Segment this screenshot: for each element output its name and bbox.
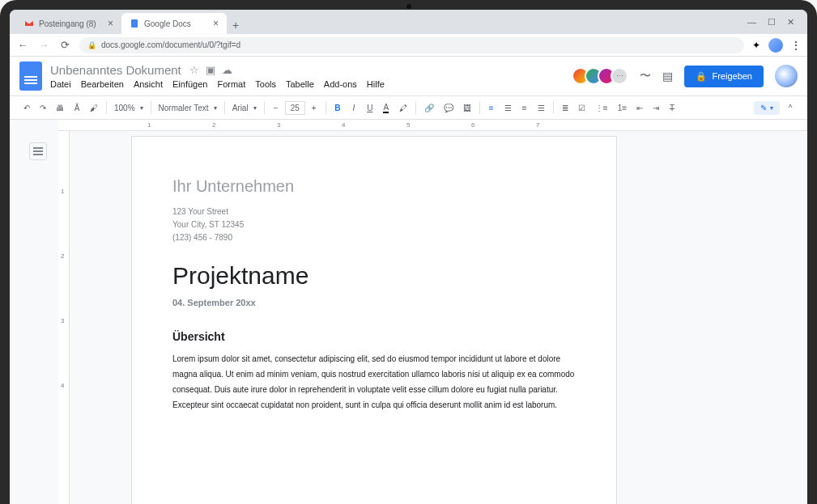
screen: Posteingang (8) × Google Docs × + — ☐ ✕ … (10, 10, 807, 504)
formatting-toolbar: ↶ ↷ 🖶 Ă 🖌 100% Normaler Text Arial − 25 … (10, 95, 807, 120)
zoom-select[interactable]: 100% (111, 102, 147, 114)
maximize-icon[interactable]: ☐ (768, 17, 776, 28)
indent-decrease-icon[interactable]: ⇤ (632, 100, 647, 116)
menu-edit[interactable]: Bearbeiten (81, 79, 124, 89)
document-title[interactable]: Unbenanntes Dokument (50, 63, 181, 77)
redo-icon[interactable]: ↷ (36, 100, 50, 116)
link-icon[interactable]: 🔗 (420, 100, 438, 116)
close-icon[interactable]: × (213, 18, 219, 29)
google-docs-logo[interactable] (19, 61, 42, 91)
checklist-icon[interactable]: ☑ (574, 100, 589, 116)
menu-addons[interactable]: Add-ons (324, 79, 357, 89)
line-spacing-icon[interactable]: ≣ (558, 100, 572, 116)
laptop-frame: Posteingang (8) × Google Docs × + — ☐ ✕ … (0, 0, 817, 504)
browser-tab-strip: Posteingang (8) × Google Docs × + — ☐ ✕ (10, 10, 807, 34)
docs-icon (130, 19, 139, 28)
menu-file[interactable]: Datei (50, 79, 71, 89)
collaborator-avatars[interactable]: ⋯ (577, 67, 628, 85)
undo-icon[interactable]: ↶ (19, 100, 34, 116)
indent-increase-icon[interactable]: ⇥ (649, 100, 663, 116)
minimize-icon[interactable]: — (747, 17, 756, 28)
numbered-list-icon[interactable]: 1≡ (614, 100, 631, 116)
underline-button[interactable]: U (363, 100, 377, 116)
section-body: Lorem ipsum dolor sit amet, consectetur … (172, 351, 576, 413)
close-window-icon[interactable]: ✕ (787, 17, 794, 28)
horizontal-ruler[interactable]: 1 2 3 4 5 6 7 (58, 120, 807, 131)
address-phone: (123) 456 - 7890 (172, 231, 576, 244)
lock-icon: 🔒 (696, 71, 707, 82)
lock-icon: 🔒 (87, 41, 96, 49)
image-icon[interactable]: 🖼 (459, 100, 475, 116)
comment-icon[interactable]: 💬 (440, 100, 457, 116)
menu-help[interactable]: Hilfe (367, 79, 385, 89)
align-right-icon[interactable]: ≡ (517, 100, 532, 116)
bold-button[interactable]: B (330, 100, 345, 116)
menu-insert[interactable]: Einfügen (172, 79, 207, 89)
star-icon[interactable]: ☆ (189, 64, 199, 76)
comments-icon[interactable]: ▤ (662, 70, 673, 83)
style-select[interactable]: Normaler Text (155, 102, 220, 114)
menu-view[interactable]: Ansicht (134, 79, 163, 89)
new-tab-button[interactable]: + (227, 16, 245, 34)
menu-tools[interactable]: Tools (255, 79, 276, 89)
forward-icon[interactable]: → (37, 39, 50, 51)
highlight-button[interactable]: 🖍 (395, 100, 411, 116)
gmail-icon (24, 19, 34, 28)
editing-mode-button[interactable]: ✎ ▾ (754, 101, 780, 115)
clear-format-icon[interactable]: T (665, 100, 679, 116)
share-label: Freigeben (712, 71, 752, 81)
vertical-ruler[interactable]: 1 2 3 4 (58, 131, 70, 504)
menu-bar: Datei Bearbeiten Ansicht Einfügen Format… (50, 79, 568, 89)
move-icon[interactable]: ▣ (206, 64, 215, 76)
docs-header: Unbenanntes Dokument ☆ ▣ ☁ Datei Bearbei… (10, 57, 807, 95)
outline-toggle-icon[interactable] (29, 142, 47, 160)
browser-tab-gmail[interactable]: Posteingang (8) × (16, 13, 121, 34)
tab-label: Google Docs (144, 19, 191, 28)
svg-rect-0 (131, 19, 138, 28)
section-heading: Übersicht (172, 330, 576, 343)
align-justify-icon[interactable]: ☰ (534, 100, 549, 116)
font-size-decrease[interactable]: − (269, 100, 283, 116)
cloud-icon[interactable]: ☁ (222, 64, 232, 76)
project-title: Projektname (172, 262, 576, 290)
bullet-list-icon[interactable]: ⋮≡ (591, 100, 612, 116)
spellcheck-icon[interactable]: Ă (70, 100, 84, 116)
activity-icon[interactable]: 〜 (640, 69, 651, 83)
menu-format[interactable]: Format (217, 79, 245, 89)
company-heading: Ihr Unternehmen (172, 177, 576, 196)
tab-label: Posteingang (8) (39, 19, 96, 28)
browser-navbar: ← → ⟳ 🔒 docs.google.com/document/u/0/?tg… (10, 34, 807, 57)
browser-menu-icon[interactable]: ⋮ (791, 40, 801, 51)
font-select[interactable]: Arial (229, 102, 260, 114)
collapse-toolbar-icon[interactable]: ^ (783, 100, 798, 116)
user-avatar[interactable] (775, 65, 798, 87)
browser-profile-avatar[interactable] (768, 38, 783, 53)
url-text: docs.google.com/document/u/0/?tgif=d (101, 40, 240, 49)
document-workspace: 1 2 3 4 5 6 7 1 2 3 4 Ihr Unternehmen 12… (10, 120, 807, 504)
reload-icon[interactable]: ⟳ (58, 39, 71, 51)
back-icon[interactable]: ← (16, 39, 29, 51)
close-icon[interactable]: × (108, 18, 113, 29)
align-left-icon[interactable]: ≡ (484, 100, 499, 116)
window-controls: — ☐ ✕ (741, 17, 801, 28)
paint-format-icon[interactable]: 🖌 (86, 100, 102, 116)
menu-table[interactable]: Tabelle (286, 79, 314, 89)
browser-tab-docs[interactable]: Google Docs × (121, 13, 227, 34)
share-button[interactable]: 🔒 Freigeben (684, 66, 764, 87)
extensions-icon[interactable]: ✦ (752, 40, 760, 51)
align-center-icon[interactable]: ☰ (500, 100, 516, 116)
address-street: 123 Your Street (172, 205, 576, 218)
address-city: Your City, ST 12345 (172, 218, 576, 231)
avatar-more: ⋯ (611, 67, 628, 85)
document-page[interactable]: Ihr Unternehmen 123 Your Street Your Cit… (131, 136, 617, 504)
print-icon[interactable]: 🖶 (52, 100, 68, 116)
font-size-increase[interactable]: + (307, 100, 321, 116)
address-bar[interactable]: 🔒 docs.google.com/document/u/0/?tgif=d (79, 37, 744, 53)
italic-button[interactable]: I (347, 100, 361, 116)
text-color-button[interactable]: A (379, 100, 394, 116)
camera-dot (406, 4, 411, 9)
document-date: 04. September 20xx (172, 298, 576, 307)
font-size-input[interactable]: 25 (285, 101, 305, 115)
pencil-icon: ✎ (760, 104, 767, 112)
